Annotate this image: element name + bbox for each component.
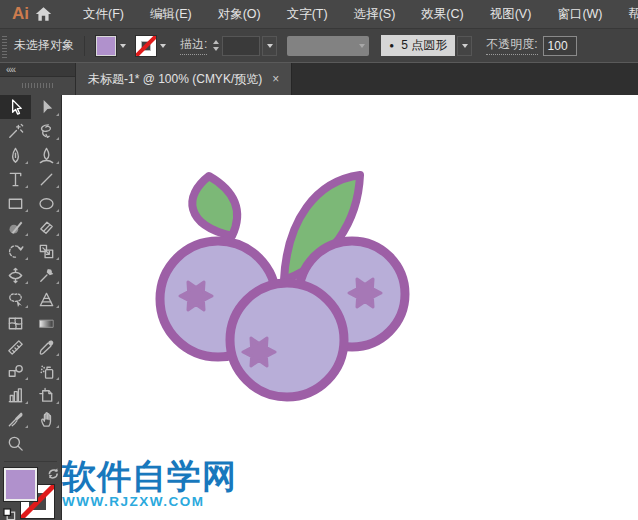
document-tab-bar: 未标题-1* @ 100% (CMYK/预览) × — [76, 63, 638, 95]
column-graph-tool[interactable] — [0, 383, 31, 407]
document-tab[interactable]: 未标题-1* @ 100% (CMYK/预览) × — [76, 63, 292, 95]
menu-bar: Ai 文件(F) 编辑(E) 对象(O) 文字(T) 选择(S) 效果(C) 视… — [0, 0, 638, 28]
eyedropper-tool[interactable] — [31, 335, 62, 359]
menu-file[interactable]: 文件(F) — [70, 0, 137, 28]
stroke-weight-input[interactable] — [222, 36, 260, 56]
shaper-tool[interactable] — [0, 215, 31, 239]
toolbar-dock-header: «« — [0, 63, 76, 95]
menu-effect[interactable]: 效果(C) — [408, 0, 476, 28]
chevron-down-icon — [359, 44, 365, 48]
toolbar-grip[interactable] — [22, 83, 54, 88]
knife-icon — [6, 410, 25, 429]
default-fill-stroke-icon[interactable] — [3, 508, 16, 520]
fill-chevron-icon[interactable] — [120, 44, 126, 48]
selection-cursor-icon — [6, 98, 25, 117]
shaper-icon — [6, 218, 25, 237]
blueberry-artwork[interactable] — [150, 168, 410, 413]
brush-definition-chevron[interactable] — [457, 36, 472, 56]
menu-object[interactable]: 对象(O) — [205, 0, 274, 28]
perspective-grid-icon — [37, 290, 56, 309]
shape-builder-icon — [6, 290, 25, 309]
magnifier-icon — [6, 434, 25, 453]
mesh-tool[interactable] — [0, 311, 31, 335]
rotate-tool[interactable] — [0, 239, 31, 263]
brush-definition-dropdown[interactable]: ● 5 点圆形 — [381, 35, 455, 56]
left-leaf-shape[interactable] — [192, 176, 237, 236]
blend-tool[interactable] — [0, 359, 31, 383]
bar-chart-icon — [6, 386, 25, 405]
zoom-tool[interactable] — [0, 431, 31, 455]
measure-tool[interactable] — [0, 335, 31, 359]
watermark: 软件自学网 WWW.RJZXW.COM — [62, 459, 237, 509]
perspective-grid-tool[interactable] — [31, 287, 62, 311]
width-tool[interactable] — [0, 263, 31, 287]
type-tool[interactable] — [0, 167, 31, 191]
scale-tool[interactable] — [31, 239, 62, 263]
brush-definition-value: 5 点圆形 — [401, 37, 447, 54]
watermark-url: WWW.RJZXW.COM — [62, 495, 237, 509]
menu-help[interactable]: 帮助(H) — [616, 0, 638, 28]
bottom-berry-shape[interactable] — [230, 283, 344, 397]
selection-status-label: 未选择对象 — [14, 37, 74, 54]
home-icon — [35, 6, 52, 22]
menu-view[interactable]: 视图(V) — [477, 0, 545, 28]
slice-tool[interactable] — [0, 407, 31, 431]
chevron-down-icon — [267, 44, 273, 48]
fill-stroke-control — [0, 464, 61, 520]
chevron-down-icon — [462, 44, 468, 48]
fill-color-swatch[interactable] — [96, 36, 116, 56]
tab-row: «« 未标题-1* @ 100% (CMYK/预览) × — [0, 62, 638, 95]
opacity-input[interactable]: 100 — [543, 36, 577, 56]
pen-tool[interactable] — [0, 143, 31, 167]
artboard-icon — [37, 386, 56, 405]
direct-selection-icon — [37, 98, 56, 117]
magic-wand-tool[interactable] — [0, 119, 31, 143]
rectangle-tool[interactable] — [0, 191, 31, 215]
rectangle-icon — [6, 194, 25, 213]
close-tab-icon[interactable]: × — [272, 72, 279, 86]
selection-tool[interactable] — [0, 95, 31, 119]
lasso-tool[interactable] — [31, 119, 62, 143]
direct-selection-tool[interactable] — [31, 95, 62, 119]
curvature-tool[interactable] — [31, 143, 62, 167]
variable-width-profile-dropdown — [287, 36, 369, 56]
menu-type[interactable]: 文字(T) — [274, 0, 341, 28]
fill-swatch[interactable] — [4, 468, 37, 501]
control-bar: 未选择对象 描边: ● 5 点圆形 不透明度: 100 — [0, 28, 638, 62]
stroke-weight-label[interactable]: 描边: — [180, 36, 207, 55]
swap-fill-stroke-icon[interactable] — [47, 466, 60, 479]
canvas[interactable]: 软件自学网 WWW.RJZXW.COM — [62, 95, 638, 520]
shape-builder-tool[interactable] — [0, 287, 31, 311]
menu-window[interactable]: 窗口(W) — [544, 0, 615, 28]
toolbar-separator — [4, 461, 57, 462]
opacity-label[interactable]: 不透明度: — [486, 36, 537, 55]
home-button[interactable] — [35, 3, 52, 25]
type-icon — [6, 170, 25, 189]
stroke-weight-stepper[interactable] — [213, 40, 219, 51]
pen-icon — [6, 146, 25, 165]
dock-header-strip: «« — [0, 63, 75, 77]
magic-wand-icon — [6, 122, 25, 141]
document-tab-title: 未标题-1* @ 100% (CMYK/预览) — [88, 71, 262, 88]
stroke-chevron-icon[interactable] — [160, 44, 166, 48]
symbol-sprayer-tool[interactable] — [31, 359, 62, 383]
opacity-value: 100 — [548, 39, 568, 53]
width-icon — [6, 266, 25, 285]
collapse-panel-button[interactable]: «« — [6, 65, 15, 75]
line-segment-tool[interactable] — [31, 167, 62, 191]
eraser-icon — [37, 218, 56, 237]
stroke-weight-dropdown[interactable] — [262, 36, 277, 56]
menu-select[interactable]: 选择(S) — [341, 0, 409, 28]
ellipse-icon — [37, 194, 56, 213]
eraser-tool[interactable] — [31, 215, 62, 239]
puppet-warp-tool[interactable] — [31, 263, 62, 287]
hand-tool[interactable] — [31, 407, 62, 431]
gradient-tool[interactable] — [31, 311, 62, 335]
spray-can-icon — [37, 362, 56, 381]
ellipse-tool[interactable] — [31, 191, 62, 215]
menu-edit[interactable]: 编辑(E) — [137, 0, 205, 28]
stroke-color-swatch[interactable] — [136, 36, 156, 56]
control-bar-grip[interactable] — [2, 34, 7, 58]
artboard-tool[interactable] — [31, 383, 62, 407]
ruler-icon — [6, 338, 25, 357]
